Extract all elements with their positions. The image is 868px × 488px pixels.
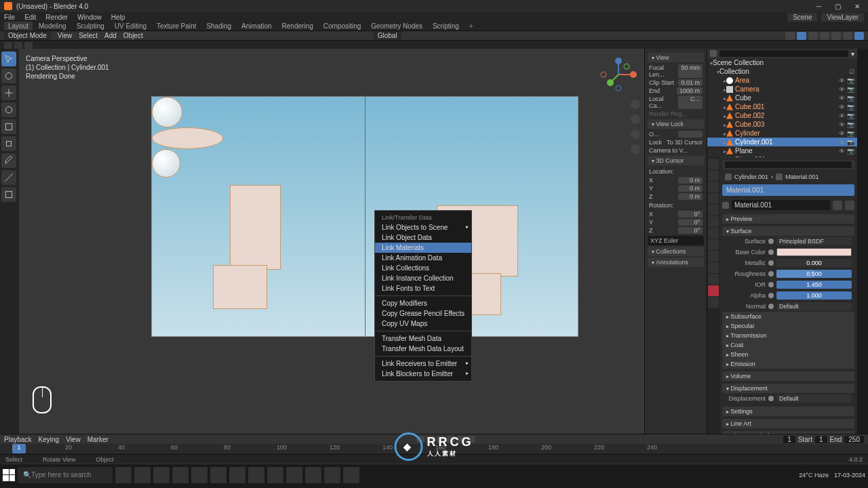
outliner-search[interactable] — [719, 50, 848, 57]
nav-gizmo[interactable] — [598, 54, 639, 95]
timeline-ruler[interactable]: 1 020406080100120140160180200220240 — [0, 444, 868, 453]
tab-uv[interactable]: UV Editing — [111, 22, 151, 30]
ctx-link-object-data[interactable]: Link Object Data — [375, 232, 471, 243]
shading-solid[interactable] — [831, 32, 841, 40]
header-add[interactable]: Add — [104, 32, 117, 39]
outliner-scene[interactable]: Scene Collection — [707, 58, 857, 67]
tb-app-5[interactable] — [191, 467, 208, 483]
tab-shading[interactable]: Shading — [202, 22, 235, 30]
metallic-slider[interactable]: 0.000 — [776, 259, 852, 267]
orientation-selector[interactable]: Global — [374, 31, 401, 40]
tab-geonodes[interactable]: Geometry Nodes — [367, 22, 427, 30]
tl-jump-start[interactable] — [416, 436, 425, 443]
section-transmission[interactable]: Transmission — [722, 331, 854, 340]
npanel-view-hdr[interactable]: View — [648, 53, 704, 62]
pivot-btn-2[interactable] — [14, 42, 22, 49]
alpha-dot[interactable] — [768, 293, 774, 298]
croty-field[interactable]: 0° — [678, 219, 703, 226]
crotz-field[interactable]: 0° — [678, 227, 703, 234]
tool-select[interactable] — [1, 52, 16, 66]
disp-dot[interactable] — [768, 396, 774, 401]
ctx-link-fonts[interactable]: Link Fonts to Text — [375, 283, 471, 293]
tab-add[interactable]: + — [465, 22, 477, 30]
proptab-modifier[interactable] — [708, 228, 719, 239]
tool-measure[interactable] — [1, 170, 16, 185]
lock-cam-check[interactable]: Camera to V... — [649, 147, 688, 154]
outliner-item-cube-003[interactable]: Cube.003👁📷 — [707, 120, 857, 129]
tl-start-field[interactable]: 1 — [815, 436, 827, 443]
material-slot[interactable]: Material.001 — [722, 184, 854, 196]
cury-field[interactable]: 0 m — [678, 185, 703, 192]
outliner-item-cylinder-001[interactable]: Cylinder.001👁📷 — [707, 138, 857, 146]
tab-animation[interactable]: Animation — [237, 22, 275, 30]
ctx-link-animation[interactable]: Link Animation Data — [375, 253, 471, 263]
shading-wire[interactable] — [820, 32, 829, 40]
proptab-data[interactable] — [708, 274, 719, 285]
menu-window[interactable]: Window — [77, 14, 102, 21]
tab-sculpting[interactable]: Sculpting — [73, 22, 108, 30]
tab-scripting[interactable]: Scripting — [429, 22, 463, 30]
overlay-toggle[interactable] — [785, 32, 795, 40]
ctx-link-receivers[interactable]: Link Receivers to Emitter — [375, 359, 471, 369]
proptab-constraint[interactable] — [708, 262, 719, 273]
gizmo-toggle[interactable] — [797, 32, 806, 40]
tl-play-rev[interactable] — [437, 436, 445, 443]
npanel-collections-hdr[interactable]: Collections — [648, 247, 704, 256]
scene-selector[interactable]: Scene — [787, 13, 817, 22]
shader-select[interactable]: Principled BSDF — [776, 237, 852, 245]
mat-new-button[interactable] — [833, 201, 842, 210]
tl-cur-frame[interactable]: 1 — [783, 436, 795, 443]
tb-app-13[interactable] — [343, 467, 359, 483]
outliner-item-cube[interactable]: Cube👁📷 — [707, 94, 857, 102]
menu-file[interactable]: File — [4, 14, 15, 21]
npanel-annotations-hdr[interactable]: Annotations — [648, 258, 704, 267]
tl-keying[interactable]: Keying — [39, 436, 60, 443]
normal-select[interactable]: Default — [776, 302, 852, 310]
section-settings[interactable]: Settings — [722, 407, 854, 416]
tl-jump-end[interactable] — [467, 436, 475, 443]
proptab-physics[interactable] — [708, 251, 719, 262]
mat-del-button[interactable] — [845, 201, 854, 210]
outliner-filter-icon[interactable]: ▾ — [851, 50, 854, 58]
start-button[interactable] — [3, 469, 15, 481]
close-button[interactable]: ✕ — [850, 3, 864, 10]
ctx-copy-uv[interactable]: Copy UV Maps — [375, 319, 471, 329]
normal-dot[interactable] — [768, 304, 774, 309]
shading-matprev[interactable] — [843, 32, 852, 40]
tool-scale[interactable] — [1, 119, 16, 134]
outliner-collection[interactable]: Collection☑ — [707, 67, 857, 76]
crotx-field[interactable]: 0° — [678, 211, 703, 218]
ctx-link-blockers[interactable]: Link Blockers to Emitter — [375, 369, 471, 379]
pivot-btn-3[interactable] — [24, 42, 33, 49]
section-surface[interactable]: Surface — [722, 226, 854, 236]
section-coat[interactable]: Coat — [722, 340, 854, 350]
proptab-particle[interactable] — [708, 239, 719, 250]
proptab-object[interactable] — [708, 216, 719, 227]
tb-app-3[interactable] — [153, 467, 170, 483]
ctx-transfer-mesh[interactable]: Transfer Mesh Data — [375, 333, 471, 344]
tl-playback[interactable]: Playback — [4, 436, 32, 443]
clipend-field[interactable]: 1000 m — [677, 87, 703, 94]
proptab-world[interactable] — [708, 205, 719, 216]
xray-toggle[interactable] — [808, 32, 818, 40]
tb-app-10[interactable] — [286, 467, 302, 483]
proptab-output[interactable] — [708, 170, 719, 181]
zoom-icon[interactable] — [631, 100, 640, 109]
tool-transform[interactable] — [1, 136, 16, 151]
ctx-copy-gp[interactable]: Copy Grease Pencil Effects — [375, 308, 471, 319]
tool-cursor[interactable] — [1, 68, 16, 83]
pivot-btn-1[interactable] — [4, 42, 12, 49]
ctx-link-collections[interactable]: Link Collections — [375, 263, 471, 273]
header-object[interactable]: Object — [123, 32, 143, 39]
material-name-field[interactable]: Material.001 — [732, 200, 830, 210]
header-select[interactable]: Select — [79, 32, 98, 39]
section-preview[interactable]: Preview — [722, 214, 854, 224]
outliner-mode-icon[interactable] — [710, 50, 717, 57]
basecolor-dot[interactable] — [768, 249, 774, 255]
tl-play[interactable] — [447, 436, 455, 443]
tl-marker[interactable]: Marker — [87, 436, 108, 443]
surface-node-dot[interactable] — [768, 239, 774, 244]
outliner-item-camera[interactable]: Camera👁📷 — [707, 85, 857, 94]
ior-slider[interactable]: 1.450 — [776, 281, 852, 289]
tb-app-11[interactable] — [305, 467, 321, 483]
